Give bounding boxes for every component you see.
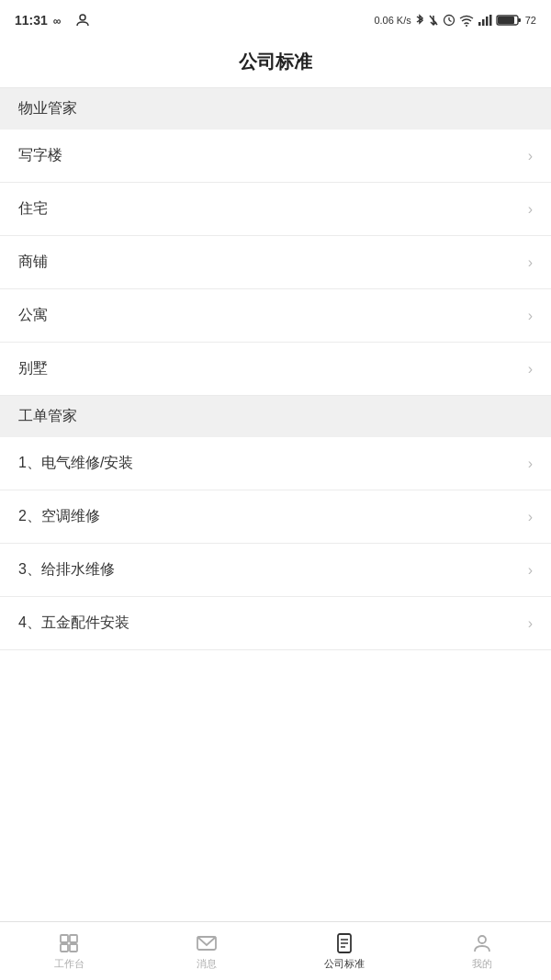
item-label-electrical: 1、电气维修/安装 bbox=[18, 454, 133, 473]
person-icon-tab bbox=[471, 932, 493, 954]
main-content: 物业管家 写字楼 › 住宅 › 商铺 › 公寓 › 别墅 › 工单管家 1、电气… bbox=[0, 88, 551, 650]
section-header-1: 工单管家 bbox=[0, 396, 551, 437]
status-bar: 11:31 ∞ 0.06 K/s bbox=[0, 0, 551, 40]
person-icon-status bbox=[75, 14, 90, 27]
clock-icon bbox=[443, 14, 455, 27]
svg-rect-10 bbox=[489, 15, 492, 26]
list-item-villa[interactable]: 别墅 › bbox=[0, 343, 551, 396]
section-label-1: 工单管家 bbox=[18, 408, 77, 423]
item-label-hardware: 4、五金配件安装 bbox=[18, 614, 129, 633]
status-icons: 0.06 K/s bbox=[374, 14, 536, 27]
svg-rect-9 bbox=[486, 17, 489, 26]
item-label-residential: 住宅 bbox=[18, 199, 48, 219]
doc-icon bbox=[333, 932, 355, 954]
svg-text:∞: ∞ bbox=[53, 15, 62, 26]
bluetooth-icon bbox=[415, 14, 424, 27]
chevron-right-icon: › bbox=[528, 562, 533, 579]
mute-icon bbox=[428, 14, 439, 27]
chevron-right-icon: › bbox=[528, 254, 533, 271]
tab-label-standards: 公司标准 bbox=[324, 957, 365, 971]
list-item-office[interactable]: 写字楼 › bbox=[0, 130, 551, 183]
chevron-right-icon: › bbox=[528, 361, 533, 377]
section-header-0: 物业管家 bbox=[0, 88, 551, 130]
wifi-icon bbox=[459, 14, 474, 27]
svg-rect-12 bbox=[518, 18, 521, 22]
list-item-apartment[interactable]: 公寓 › bbox=[0, 289, 551, 343]
speed-label: 0.06 K/s bbox=[374, 15, 410, 26]
chevron-right-icon: › bbox=[528, 615, 533, 632]
tab-label-profile: 我的 bbox=[472, 957, 492, 971]
item-label-office: 写字楼 bbox=[18, 146, 62, 165]
chevron-right-icon: › bbox=[528, 148, 533, 164]
item-label-aircon: 2、空调维修 bbox=[18, 507, 100, 526]
list-item-plumbing[interactable]: 3、给排水维修 › bbox=[0, 544, 551, 597]
tab-standards[interactable]: 公司标准 bbox=[276, 922, 413, 980]
svg-line-5 bbox=[449, 20, 452, 22]
svg-rect-17 bbox=[70, 944, 77, 952]
svg-rect-15 bbox=[70, 935, 77, 942]
page-title: 公司标准 bbox=[239, 51, 312, 72]
status-time: 11:31 ∞ bbox=[15, 13, 90, 28]
tab-workbench[interactable]: 工作台 bbox=[0, 922, 138, 980]
list-item-hardware[interactable]: 4、五金配件安装 › bbox=[0, 597, 551, 650]
signal-icon bbox=[478, 14, 492, 27]
svg-point-23 bbox=[478, 936, 486, 943]
infinite-icon: ∞ bbox=[53, 15, 70, 26]
tab-label-messages: 消息 bbox=[197, 957, 217, 971]
item-label-apartment: 公寓 bbox=[18, 306, 48, 325]
chevron-right-icon: › bbox=[528, 456, 533, 472]
item-label-villa: 别墅 bbox=[18, 359, 48, 378]
tab-bar: 工作台 消息 公司标准 我的 bbox=[0, 921, 551, 980]
mail-icon bbox=[196, 932, 218, 954]
chevron-right-icon: › bbox=[528, 308, 533, 324]
item-label-shop: 商铺 bbox=[18, 253, 48, 272]
tab-messages[interactable]: 消息 bbox=[138, 922, 276, 980]
svg-rect-14 bbox=[61, 935, 68, 942]
item-label-plumbing: 3、给排水维修 bbox=[18, 560, 115, 580]
svg-rect-7 bbox=[478, 22, 481, 26]
list-item-aircon[interactable]: 2、空调维修 › bbox=[0, 490, 551, 544]
list-item-electrical[interactable]: 1、电气维修/安装 › bbox=[0, 437, 551, 490]
list-item-residential[interactable]: 住宅 › bbox=[0, 183, 551, 236]
tab-label-workbench: 工作台 bbox=[54, 957, 84, 971]
battery-icon bbox=[496, 14, 522, 27]
time-label: 11:31 bbox=[15, 13, 48, 28]
section-label-0: 物业管家 bbox=[18, 100, 77, 116]
svg-point-6 bbox=[466, 25, 467, 27]
svg-point-1 bbox=[80, 15, 85, 20]
svg-rect-13 bbox=[498, 17, 514, 24]
chevron-right-icon: › bbox=[528, 509, 533, 525]
svg-rect-16 bbox=[61, 944, 68, 952]
chevron-right-icon: › bbox=[528, 201, 533, 218]
battery-label: 72 bbox=[525, 15, 536, 26]
list-item-shop[interactable]: 商铺 › bbox=[0, 236, 551, 289]
tab-profile[interactable]: 我的 bbox=[413, 922, 551, 980]
svg-rect-8 bbox=[482, 19, 485, 26]
grid-icon bbox=[58, 932, 80, 954]
page-header: 公司标准 bbox=[0, 40, 551, 88]
